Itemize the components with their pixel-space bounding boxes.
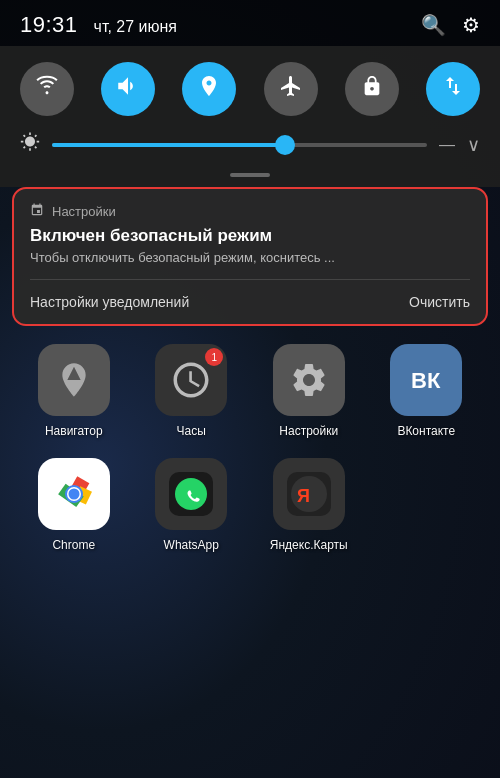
yandex-icon: Я [273, 458, 345, 530]
status-time: 19:31 [20, 12, 78, 38]
airplane-icon [279, 74, 303, 104]
brightness-fill [52, 143, 285, 147]
navigator-label: Навигатор [45, 424, 103, 438]
clock-icon: 1 [155, 344, 227, 416]
status-date: чт, 27 июня [94, 18, 177, 36]
brightness-row: — ∨ [20, 132, 480, 157]
app-grid-container: Навигатор 1 Часы Настройки ВК [0, 344, 500, 552]
location-toggle[interactable] [182, 62, 236, 116]
data-transfer-toggle[interactable] [426, 62, 480, 116]
settings-icon[interactable]: ⚙ [462, 13, 480, 37]
whatsapp-label: WhatsApp [164, 538, 219, 552]
app-yandex[interactable]: Я Яндекс.Карты [255, 458, 363, 552]
brightness-slider[interactable] [52, 143, 427, 147]
lock-toggle[interactable] [345, 62, 399, 116]
app-chrome[interactable]: Chrome [20, 458, 128, 552]
app-settings[interactable]: Настройки [255, 344, 363, 438]
location-icon [197, 74, 221, 104]
airplane-toggle[interactable] [264, 62, 318, 116]
whatsapp-icon [155, 458, 227, 530]
settings-app-icon [273, 344, 345, 416]
clock-badge: 1 [205, 348, 223, 366]
sound-toggle[interactable] [101, 62, 155, 116]
notif-app-name: Настройки [52, 204, 116, 219]
svg-text:Я: Я [297, 486, 310, 506]
sound-icon [115, 73, 141, 105]
chrome-icon [38, 458, 110, 530]
notif-actions: Настройки уведомлений Очистить [30, 279, 470, 324]
notif-clear-button[interactable]: Очистить [409, 294, 470, 310]
expand-handle[interactable] [20, 167, 480, 187]
notif-settings-button[interactable]: Настройки уведомлений [30, 290, 189, 314]
svg-point-4 [68, 489, 79, 500]
transfer-icon [441, 74, 465, 104]
wifi-toggle[interactable] [20, 62, 74, 116]
app-whatsapp[interactable]: WhatsApp [138, 458, 246, 552]
app-grid: Навигатор 1 Часы Настройки ВК [20, 344, 480, 552]
wifi-icon [35, 74, 59, 104]
status-left: 19:31 чт, 27 июня [20, 12, 177, 38]
handle-bar [230, 173, 270, 177]
yandex-label: Яндекс.Карты [270, 538, 348, 552]
notif-app-icon [30, 203, 44, 220]
quick-settings-panel: — ∨ [0, 46, 500, 187]
notif-header: Настройки [30, 203, 470, 220]
svg-text:ВК: ВК [411, 368, 441, 393]
brightness-separator: — [439, 136, 455, 154]
chrome-label: Chrome [52, 538, 95, 552]
brightness-thumb[interactable] [275, 135, 295, 155]
brightness-icon [20, 132, 40, 157]
toggles-row [20, 62, 480, 116]
search-icon[interactable]: 🔍 [421, 13, 446, 37]
app-vk[interactable]: ВК ВКонтакте [373, 344, 481, 438]
brightness-expand-icon[interactable]: ∨ [467, 134, 480, 156]
app-navigator[interactable]: Навигатор [20, 344, 128, 438]
vk-label: ВКонтакте [397, 424, 455, 438]
clock-label: Часы [177, 424, 206, 438]
status-bar: 19:31 чт, 27 июня 🔍 ⚙ [0, 0, 500, 46]
vk-icon: ВК [390, 344, 462, 416]
settings-label: Настройки [279, 424, 338, 438]
notification-card[interactable]: Настройки Включен безопасный режим Чтобы… [12, 187, 488, 326]
status-icons: 🔍 ⚙ [421, 13, 480, 37]
notif-title: Включен безопасный режим [30, 226, 470, 246]
lock-icon [361, 75, 383, 103]
app-clock[interactable]: 1 Часы [138, 344, 246, 438]
notif-body: Чтобы отключить безопасный режим, коснит… [30, 250, 470, 265]
navigator-icon [38, 344, 110, 416]
